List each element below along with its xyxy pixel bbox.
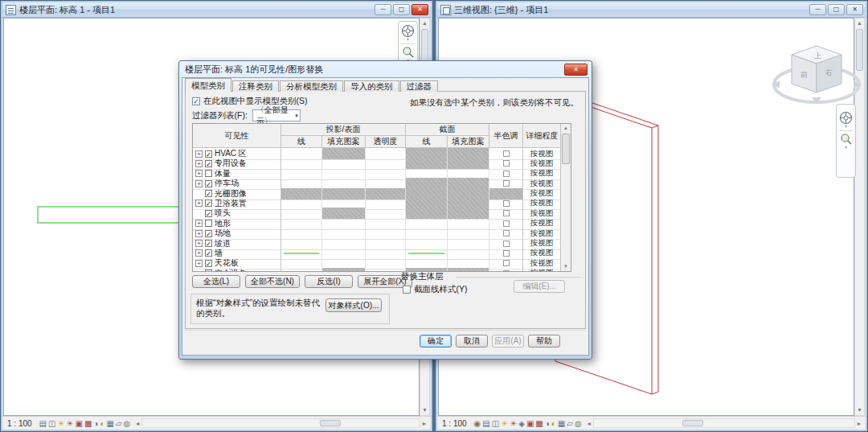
show-crop-region-icon[interactable]: ▩ bbox=[84, 419, 92, 428]
halftone-cell[interactable] bbox=[489, 268, 523, 271]
expand-icon[interactable]: + bbox=[195, 150, 203, 158]
expand-icon[interactable]: + bbox=[195, 260, 203, 267]
tab-过滤器[interactable]: 过滤器 bbox=[400, 80, 439, 92]
visibility-checkbox[interactable] bbox=[205, 220, 212, 227]
filter-list-dropdown[interactable]: 〈全部显示〉 ▾ bbox=[252, 109, 301, 121]
view-scale[interactable]: 1 : 100 bbox=[7, 419, 32, 428]
visibility-checkbox[interactable] bbox=[205, 170, 212, 177]
table-row[interactable]: ✓喷头按视图 bbox=[193, 208, 561, 217]
halftone-checkbox[interactable] bbox=[503, 230, 510, 237]
tab-注释类别[interactable]: 注释类别 bbox=[232, 80, 279, 92]
visibility-checkbox[interactable]: ✓ bbox=[205, 269, 212, 271]
halftone-checkbox[interactable] bbox=[503, 160, 510, 167]
table-row[interactable]: ✓安全设备按视图 bbox=[193, 268, 561, 271]
table-row[interactable]: +体量按视图 bbox=[193, 168, 561, 178]
expand-icon[interactable]: + bbox=[195, 240, 203, 247]
scroll-up-icon[interactable]: ▲ bbox=[420, 19, 429, 28]
override-cell[interactable] bbox=[366, 268, 406, 271]
visibility-checkbox[interactable]: ✓ bbox=[205, 240, 212, 247]
visibility-checkbox[interactable]: ✓ bbox=[205, 160, 212, 167]
table-row[interactable]: +✓停车场按视图 bbox=[193, 178, 561, 187]
expand-icon[interactable]: + bbox=[195, 200, 203, 207]
table-row[interactable]: +地形按视图 bbox=[193, 218, 561, 228]
scroll-up-icon[interactable]: ▲ bbox=[561, 124, 571, 133]
zoom-icon[interactable] bbox=[402, 46, 415, 59]
visibility-checkbox[interactable]: ✓ bbox=[205, 180, 212, 187]
cancel-button[interactable]: 取消 bbox=[456, 335, 488, 348]
floor-plan-titlebar[interactable]: 楼层平面: 标高 1 - 项目1 ─ ▢ ✕ bbox=[2, 2, 431, 18]
table-row[interactable]: +✓墙按视图 bbox=[193, 248, 561, 257]
tab-模型类别[interactable]: 模型类别 bbox=[185, 78, 231, 92]
show-model-categories-checkbox[interactable]: ✓ bbox=[192, 97, 200, 105]
visibility-checkbox[interactable]: ✓ bbox=[205, 260, 212, 267]
worksharing-display-icon[interactable]: ◍ bbox=[124, 419, 131, 428]
shadows-icon[interactable]: ☀ bbox=[66, 419, 73, 428]
reveal-hidden-elements-icon[interactable]: ◐ bbox=[100, 419, 104, 428]
halftone-checkbox[interactable] bbox=[503, 270, 510, 271]
dialog-close-button[interactable]: ✕ bbox=[564, 64, 588, 76]
scroll-left-icon[interactable]: ◄ bbox=[133, 421, 141, 426]
tab-分析模型类别[interactable]: 分析模型类别 bbox=[280, 80, 343, 92]
override-cell[interactable] bbox=[448, 268, 489, 271]
visibility-checkbox[interactable]: ✓ bbox=[205, 190, 212, 197]
chevron-down-icon[interactable]: ▾ bbox=[407, 38, 409, 42]
halftone-checkbox[interactable] bbox=[503, 180, 510, 187]
object-styles-button[interactable]: 对象样式(O)... bbox=[326, 298, 382, 312]
select-none-button[interactable]: 全部不选(N) bbox=[245, 275, 300, 288]
chevron-down-icon[interactable]: ▾ bbox=[845, 146, 847, 150]
steering-wheel-icon[interactable] bbox=[401, 24, 415, 38]
expand-icon[interactable]: + bbox=[195, 249, 203, 257]
scroll-down-icon[interactable]: ▼ bbox=[561, 262, 571, 271]
select-all-button[interactable]: 全选(L) bbox=[192, 275, 240, 288]
horizontal-scrollbar[interactable]: ◄ ► bbox=[133, 418, 428, 429]
minimize-button[interactable]: ─ bbox=[375, 4, 391, 15]
visibility-checkbox[interactable]: ✓ bbox=[205, 150, 212, 158]
zoom-icon[interactable] bbox=[840, 133, 853, 146]
halftone-checkbox[interactable] bbox=[503, 241, 510, 247]
dialog-titlebar[interactable]: 楼层平面: 标高 1的可见性/图形替换 ✕ bbox=[182, 61, 589, 77]
visibility-checkbox[interactable]: ✓ bbox=[205, 210, 212, 217]
visibility-checkbox[interactable]: ✓ bbox=[205, 230, 212, 237]
scrollbar-thumb[interactable] bbox=[562, 134, 570, 164]
table-row[interactable]: +✓专用设备按视图 bbox=[193, 158, 561, 167]
edit-button[interactable]: 编辑(E)... bbox=[514, 280, 565, 293]
invert-button[interactable]: 反选(I) bbox=[305, 275, 353, 288]
apply-button[interactable]: 应用(A) bbox=[492, 335, 524, 348]
table-row[interactable]: +✓天花板按视图 bbox=[193, 257, 561, 267]
temporary-hide-isolate-icon[interactable]: ◑ bbox=[93, 419, 98, 428]
expand-icon[interactable]: + bbox=[195, 180, 203, 187]
override-cell[interactable] bbox=[322, 268, 366, 271]
table-scrollbar[interactable]: ▲ ▼ bbox=[560, 124, 571, 271]
scrollbar-thumb[interactable] bbox=[320, 420, 341, 426]
chevron-down-icon[interactable]: ▾ bbox=[845, 125, 847, 129]
halftone-checkbox[interactable] bbox=[503, 250, 510, 257]
halftone-checkbox[interactable] bbox=[503, 210, 510, 216]
cut-line-styles-checkbox[interactable] bbox=[403, 286, 411, 294]
halftone-checkbox[interactable] bbox=[503, 150, 510, 157]
scroll-right-icon[interactable]: ► bbox=[420, 421, 428, 426]
expand-icon[interactable]: + bbox=[195, 170, 203, 177]
halftone-checkbox[interactable] bbox=[503, 220, 510, 227]
steering-wheel-icon[interactable] bbox=[839, 111, 853, 125]
expand-icon[interactable]: + bbox=[195, 160, 203, 167]
visibility-checkbox[interactable]: ✓ bbox=[205, 249, 212, 257]
override-cell[interactable] bbox=[281, 268, 322, 271]
wall-plan-outline[interactable] bbox=[37, 206, 181, 224]
table-row[interactable]: +✓HVAC 区按视图 bbox=[193, 148, 561, 158]
expand-icon[interactable]: + bbox=[195, 220, 203, 227]
detail-level-icon[interactable]: ▤ bbox=[39, 419, 47, 428]
table-row[interactable]: ✓光栅图像按视图 bbox=[193, 188, 561, 198]
table-row[interactable]: +✓卫浴装置按视图 bbox=[193, 198, 561, 208]
help-button[interactable]: 帮助 bbox=[528, 335, 560, 348]
visibility-checkbox[interactable]: ✓ bbox=[205, 200, 212, 207]
ok-button[interactable]: 确定 bbox=[420, 335, 452, 348]
table-row[interactable]: +✓场地按视图 bbox=[193, 228, 561, 237]
halftone-checkbox[interactable] bbox=[503, 200, 510, 207]
halftone-checkbox[interactable] bbox=[503, 171, 510, 177]
detail-level-cell[interactable]: 按视图 bbox=[523, 268, 561, 271]
expand-icon[interactable]: + bbox=[195, 230, 203, 237]
table-row[interactable]: +✓坡道按视图 bbox=[193, 238, 561, 248]
crop-view-icon[interactable]: ▣ bbox=[75, 419, 82, 428]
scroll-down-icon[interactable]: ▼ bbox=[420, 405, 429, 415]
visual-style-icon[interactable]: ◫ bbox=[48, 419, 55, 428]
